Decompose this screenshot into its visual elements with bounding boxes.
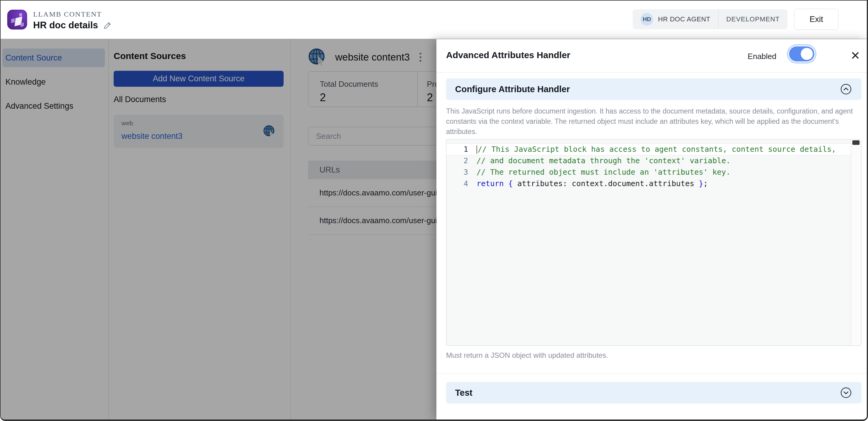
app-brand-label: LLAMB CONTENT	[33, 10, 102, 19]
configure-section-label: Configure Attribute Handler	[455, 84, 570, 94]
chevron-down-icon	[840, 386, 852, 399]
edit-title-icon[interactable]	[103, 21, 112, 30]
enabled-toggle[interactable]	[789, 46, 814, 61]
exit-button[interactable]: Exit	[794, 9, 838, 30]
agent-name: HR DOC AGENT	[658, 15, 710, 23]
drawer-divider	[436, 374, 867, 374]
advanced-attributes-drawer: Advanced Attributes Handler Enabled Conf…	[436, 39, 867, 420]
enabled-label: Enabled	[748, 52, 776, 61]
code-lines[interactable]: 1// This JavaScript block has access to …	[446, 144, 851, 189]
environment-name: DEVELOPMENT	[726, 15, 780, 23]
configure-section-header[interactable]: Configure Attribute Handler	[446, 78, 861, 100]
environment-selector[interactable]: DEVELOPMENT	[718, 9, 787, 29]
agent-selector[interactable]: HD HR DOC AGENT	[632, 9, 718, 29]
chevron-up-icon	[840, 83, 852, 95]
agent-pill: HD HR DOC AGENT DEVELOPMENT	[632, 9, 787, 29]
app-logo-icon	[7, 10, 27, 30]
handler-help-text: Must return a JSON object with updated a…	[446, 351, 608, 360]
test-section-header[interactable]: Test	[446, 382, 861, 403]
page-title: HR doc details	[33, 20, 98, 31]
editor-scrollbar-thumb[interactable]	[852, 140, 860, 145]
agent-avatar: HD	[641, 13, 653, 26]
test-section-label: Test	[455, 388, 472, 398]
toggle-knob	[801, 48, 813, 60]
close-icon[interactable]	[849, 50, 861, 61]
app-window: LLAMB CONTENT HR doc details HD HR DOC A…	[0, 0, 868, 421]
drawer-header: Advanced Attributes Handler Enabled	[436, 39, 867, 72]
handler-description: This JavaScript runs before document ing…	[446, 106, 858, 137]
editor-scrollbar-track	[851, 139, 861, 346]
top-header: LLAMB CONTENT HR doc details HD HR DOC A…	[1, 1, 867, 39]
drawer-title: Advanced Attributes Handler	[446, 50, 570, 60]
code-editor[interactable]: 1// This JavaScript block has access to …	[446, 139, 861, 346]
